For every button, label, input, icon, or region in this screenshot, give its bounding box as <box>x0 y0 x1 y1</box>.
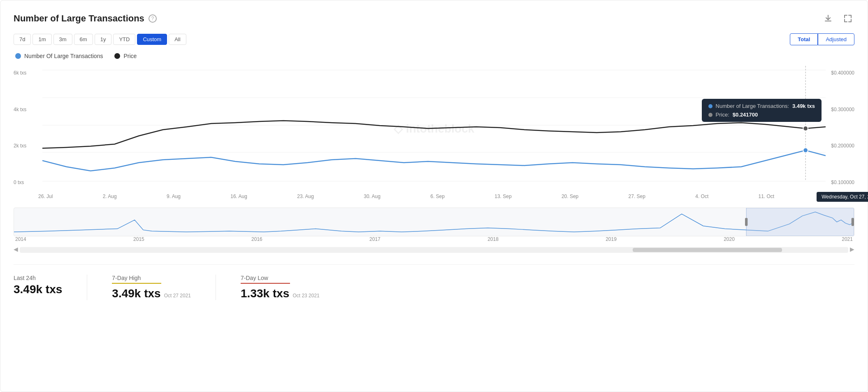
time-btn-1m[interactable]: 1m <box>32 34 51 45</box>
stat-value-24h: 3.49k txs <box>14 283 62 296</box>
main-container: Number of Large Transactions ? 7d 1m 3m … <box>0 0 868 392</box>
y-label-2k: 2k txs <box>14 143 26 149</box>
tooltip-price-dot <box>708 113 713 117</box>
scroll-bar[interactable] <box>20 247 848 253</box>
chart-tooltip: Number of Large Transactions: 3.49k txs … <box>702 99 822 122</box>
scroll-thumb <box>633 248 782 252</box>
svg-rect-9 <box>745 218 747 226</box>
time-btn-6m[interactable]: 6m <box>74 34 93 45</box>
title-area: Number of Large Transactions ? <box>14 13 157 24</box>
mini-x-2017: 2017 <box>369 236 381 242</box>
stat-value-low: 1.33k txs Oct 23 2021 <box>241 287 320 300</box>
tooltip-price-value: $0.241700 <box>733 112 758 118</box>
legend-dot-transactions <box>15 53 21 59</box>
scroll-left-arrow[interactable]: ◀ <box>14 246 18 252</box>
mini-chart-area <box>14 208 854 236</box>
y-label-r1: $0.100000 <box>831 180 854 185</box>
mini-x-2018: 2018 <box>487 236 499 242</box>
scroll-right-arrow[interactable]: ▶ <box>850 246 854 252</box>
chart-svg-wrapper: ◇ intotheblock <box>42 66 826 191</box>
y-axis-right: $0.400000 $0.300000 $0.200000 $0.100000 <box>831 66 854 189</box>
time-btn-custom[interactable]: Custom <box>137 34 167 45</box>
tooltip-metric-row: Number of Large Transactions: 3.49k txs <box>708 103 815 109</box>
y-label-r4: $0.400000 <box>831 70 854 76</box>
svg-rect-8 <box>746 208 854 236</box>
mini-x-2016: 2016 <box>251 236 262 242</box>
mini-x-2014: 2014 <box>15 236 26 242</box>
scroll-bar-row: ◀ ▶ <box>14 245 854 253</box>
x-label-0: 26. Jul <box>38 194 53 199</box>
stat-value-high: 3.49k txs Oct 27 2021 <box>112 287 191 300</box>
tooltip-price-label: Price: <box>716 112 729 118</box>
mini-chart-svg <box>14 208 854 236</box>
view-toggle: Total Adjusted <box>790 33 854 45</box>
time-btn-1y[interactable]: 1y <box>95 34 112 45</box>
mini-x-axis: 2014 2015 2016 2017 2018 2019 2020 2021 <box>14 236 854 242</box>
chart-container: 6k txs 4k txs 2k txs 0 txs $0.400000 $0.… <box>14 66 854 199</box>
mini-x-2021: 2021 <box>842 236 853 242</box>
tooltip-metric-dot <box>708 104 713 108</box>
stat-date-high: Oct 27 2021 <box>164 293 191 299</box>
time-filters-row: 7d 1m 3m 6m 1y YTD Custom All Total Adju… <box>14 33 854 45</box>
stat-last-24h: Last 24h 3.49k txs <box>14 275 87 300</box>
legend-label-price: Price <box>123 53 137 59</box>
header-row: Number of Large Transactions ? <box>14 12 854 25</box>
svg-point-6 <box>803 148 808 153</box>
help-icon[interactable]: ? <box>149 14 157 23</box>
y-label-6k: 6k txs <box>14 70 26 76</box>
stat-date-low: Oct 23 2021 <box>292 293 319 299</box>
tooltip-metric-label: Number of Large Transactions: <box>716 103 789 109</box>
stat-7day-high: 7-Day High 3.49k txs Oct 27 2021 <box>112 275 216 300</box>
stat-label-high: 7-Day High <box>112 275 191 281</box>
y-label-r3: $0.300000 <box>831 107 854 112</box>
y-axis-left: 6k txs 4k txs 2k txs 0 txs <box>14 66 26 189</box>
download-button[interactable] <box>822 12 835 25</box>
y-label-r2: $0.200000 <box>831 143 854 149</box>
time-btn-3m[interactable]: 3m <box>53 34 72 45</box>
mini-x-2015: 2015 <box>133 236 144 242</box>
x-label-10: 4. Oct <box>695 194 708 199</box>
stat-7day-low: 7-Day Low 1.33k txs Oct 23 2021 <box>241 275 344 300</box>
x-label-12: 18 Wednesday, Oct 27, 2021 <box>824 194 829 199</box>
stats-row: Last 24h 3.49k txs 7-Day High 3.49k txs … <box>14 264 854 300</box>
stat-label-24h: Last 24h <box>14 275 62 281</box>
chart-legend: Number Of Large Transactions Price <box>14 53 854 59</box>
x-label-11: 11. Oct <box>759 194 775 199</box>
stat-underline-low <box>241 283 290 284</box>
x-label-1: 2. Aug <box>103 194 117 199</box>
date-tooltip-label: Wednesday, Oct 27, 2021 <box>817 192 868 202</box>
view-btn-total[interactable]: Total <box>790 33 818 45</box>
legend-item-transactions: Number Of Large Transactions <box>15 53 103 59</box>
x-label-8: 20. Sep <box>562 194 578 199</box>
x-label-9: 27. Sep <box>629 194 645 199</box>
chart-svg <box>42 66 826 189</box>
x-label-7: 13. Sep <box>494 194 511 199</box>
svg-rect-10 <box>852 218 854 226</box>
x-label-4: 23. Aug <box>297 194 314 199</box>
stat-label-low: 7-Day Low <box>241 275 320 281</box>
stat-underline-high <box>112 283 161 284</box>
header-actions <box>822 12 854 25</box>
tooltip-price-row: Price: $0.241700 <box>708 112 815 118</box>
expand-button[interactable] <box>841 12 854 25</box>
svg-point-7 <box>803 126 808 131</box>
time-btn-ytd[interactable]: YTD <box>113 34 135 45</box>
mini-x-2020: 2020 <box>724 236 735 242</box>
time-btn-all[interactable]: All <box>169 34 186 45</box>
x-axis: 26. Jul 2. Aug 9. Aug 16. Aug 23. Aug 30… <box>14 191 854 199</box>
time-btn-7d[interactable]: 7d <box>14 34 31 45</box>
legend-dot-price <box>114 53 120 59</box>
x-label-6: 6. Sep <box>430 194 445 199</box>
legend-item-price: Price <box>114 53 137 59</box>
x-label-2: 9. Aug <box>167 194 181 199</box>
x-label-5: 30. Aug <box>364 194 381 199</box>
tooltip-metric-value: 3.49k txs <box>792 103 815 109</box>
mini-chart-section: 2014 2015 2016 2017 2018 2019 2020 2021 … <box>14 208 854 253</box>
x-label-3: 16. Aug <box>230 194 247 199</box>
view-btn-adjusted[interactable]: Adjusted <box>818 33 854 45</box>
mini-x-2019: 2019 <box>606 236 617 242</box>
chart-title: Number of Large Transactions <box>14 13 144 24</box>
y-label-0: 0 txs <box>14 180 26 185</box>
y-label-4k: 4k txs <box>14 107 26 112</box>
time-buttons: 7d 1m 3m 6m 1y YTD Custom All <box>14 34 186 45</box>
